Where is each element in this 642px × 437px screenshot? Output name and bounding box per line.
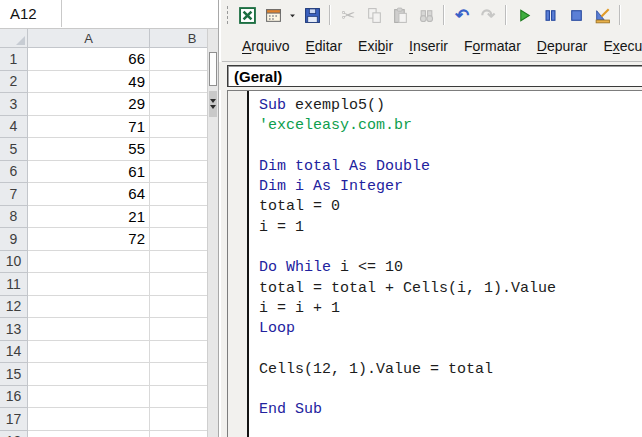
cell-a8[interactable]: 21 — [28, 206, 150, 229]
excel-vertical-scrollbar[interactable] — [207, 29, 218, 437]
row-header-3[interactable]: 3 — [0, 93, 28, 116]
row-header-15[interactable]: 15 — [0, 363, 28, 386]
view-excel-icon[interactable] — [237, 5, 257, 25]
table-row: 15 — [0, 363, 207, 386]
row-header-18[interactable]: 18 — [0, 431, 28, 437]
row-header-1[interactable]: 1 — [0, 48, 28, 71]
cell-b2[interactable] — [150, 71, 207, 94]
row-header-10[interactable]: 10 — [0, 251, 28, 274]
menu-inserir[interactable]: Inserir — [401, 34, 456, 58]
toolbar-separator — [619, 5, 621, 25]
cell-a16[interactable] — [28, 386, 150, 409]
cell-a4[interactable]: 71 — [28, 116, 150, 139]
vba-editor-window: ✂↶↷ ArquivoEditarExibirInserirFormatarDe… — [218, 0, 642, 437]
undo-icon[interactable]: ↶ — [452, 5, 472, 25]
table-row: 764 — [0, 183, 207, 206]
excel-window: A12 AB 166249329471555661764821972101112… — [0, 0, 218, 437]
formula-bar: A12 — [0, 0, 218, 29]
cell-b17[interactable] — [150, 408, 207, 431]
row-header-9[interactable]: 9 — [0, 228, 28, 251]
cell-b10[interactable] — [150, 251, 207, 274]
table-row: 555 — [0, 138, 207, 161]
cell-b13[interactable] — [150, 318, 207, 341]
reset-icon[interactable] — [566, 5, 586, 25]
cell-b6[interactable] — [150, 161, 207, 184]
row-header-13[interactable]: 13 — [0, 318, 28, 341]
row-header-16[interactable]: 16 — [0, 386, 28, 409]
cell-b16[interactable] — [150, 386, 207, 409]
object-dropdown-value: (Geral) — [234, 68, 282, 85]
row-header-11[interactable]: 11 — [0, 273, 28, 296]
cell-a14[interactable] — [28, 341, 150, 364]
menu-exibir[interactable]: Exibir — [350, 34, 401, 58]
cell-a5[interactable]: 55 — [28, 138, 150, 161]
margin-indicator-bar[interactable] — [228, 91, 249, 437]
row-header-8[interactable]: 8 — [0, 206, 28, 229]
design-mode-icon[interactable] — [592, 5, 612, 25]
cell-b15[interactable] — [150, 363, 207, 386]
column-header-a[interactable]: A — [28, 29, 150, 48]
menu-depurar[interactable]: Depurar — [529, 34, 596, 58]
column-header-b[interactable]: B — [150, 29, 207, 48]
cell-b18[interactable] — [150, 431, 207, 437]
cell-a2[interactable]: 49 — [28, 71, 150, 94]
row-header-4[interactable]: 4 — [0, 116, 28, 139]
cell-a13[interactable] — [28, 318, 150, 341]
toolbar-separator — [329, 5, 331, 25]
cell-b14[interactable] — [150, 341, 207, 364]
scrollbar-thumb[interactable] — [209, 52, 217, 86]
row-header-2[interactable]: 2 — [0, 71, 28, 94]
code-line — [259, 238, 642, 258]
cell-a3[interactable]: 29 — [28, 93, 150, 116]
cell-b7[interactable] — [150, 183, 207, 206]
cell-b3[interactable] — [150, 93, 207, 116]
table-row: 11 — [0, 273, 207, 296]
insert-userform-icon[interactable] — [263, 5, 283, 25]
name-box[interactable]: A12 — [0, 0, 62, 27]
row-header-7[interactable]: 7 — [0, 183, 28, 206]
cell-a1[interactable]: 66 — [28, 48, 150, 71]
toolbar-drag-handle[interactable] — [226, 5, 229, 25]
worksheet-grid[interactable]: AB 1662493294715556617648219721011121314… — [0, 29, 207, 437]
cell-b12[interactable] — [150, 296, 207, 319]
cell-a17[interactable] — [28, 408, 150, 431]
menu-arquivo[interactable]: Arquivo — [234, 34, 297, 58]
cell-a11[interactable] — [28, 273, 150, 296]
menu-formatar[interactable]: Formatar — [456, 34, 529, 58]
break-icon[interactable] — [540, 5, 560, 25]
table-row: 329 — [0, 93, 207, 116]
row-header-5[interactable]: 5 — [0, 138, 28, 161]
cell-b8[interactable] — [150, 206, 207, 229]
cell-a9[interactable]: 72 — [28, 228, 150, 251]
row-header-17[interactable]: 17 — [0, 408, 28, 431]
cell-a7[interactable]: 64 — [28, 183, 150, 206]
run-icon[interactable] — [514, 5, 534, 25]
cell-a10[interactable] — [28, 251, 150, 274]
table-row: 821 — [0, 206, 207, 229]
cell-b1[interactable] — [150, 48, 207, 71]
object-dropdown[interactable]: (Geral) — [227, 65, 642, 87]
code-window: Sub exemplo5()'exceleasy.com.br Dim tota… — [227, 90, 642, 437]
menu-executar[interactable]: Executar — [595, 34, 642, 58]
cell-b11[interactable] — [150, 273, 207, 296]
cell-b4[interactable] — [150, 116, 207, 139]
row-header-14[interactable]: 14 — [0, 341, 28, 364]
table-row: 12 — [0, 296, 207, 319]
row-header-12[interactable]: 12 — [0, 296, 28, 319]
code-line: Dim i As Integer — [259, 177, 642, 197]
row-header-6[interactable]: 6 — [0, 161, 28, 184]
menu-editar[interactable]: Editar — [297, 34, 350, 58]
cell-a6[interactable]: 61 — [28, 161, 150, 184]
scrollbar-split-handle[interactable] — [209, 91, 217, 117]
select-all-corner[interactable] — [0, 29, 28, 48]
cell-b9[interactable] — [150, 228, 207, 251]
save-icon[interactable] — [302, 5, 322, 25]
cell-a15[interactable] — [28, 363, 150, 386]
insert-dropdown-arrow-icon[interactable] — [287, 5, 298, 25]
code-line — [259, 340, 642, 360]
code-editor[interactable]: Sub exemplo5()'exceleasy.com.br Dim tota… — [249, 91, 642, 437]
cell-a18[interactable] — [28, 431, 150, 437]
cell-b5[interactable] — [150, 138, 207, 161]
vbe-toolbar: ✂↶↷ — [222, 0, 642, 30]
cell-a12[interactable] — [28, 296, 150, 319]
